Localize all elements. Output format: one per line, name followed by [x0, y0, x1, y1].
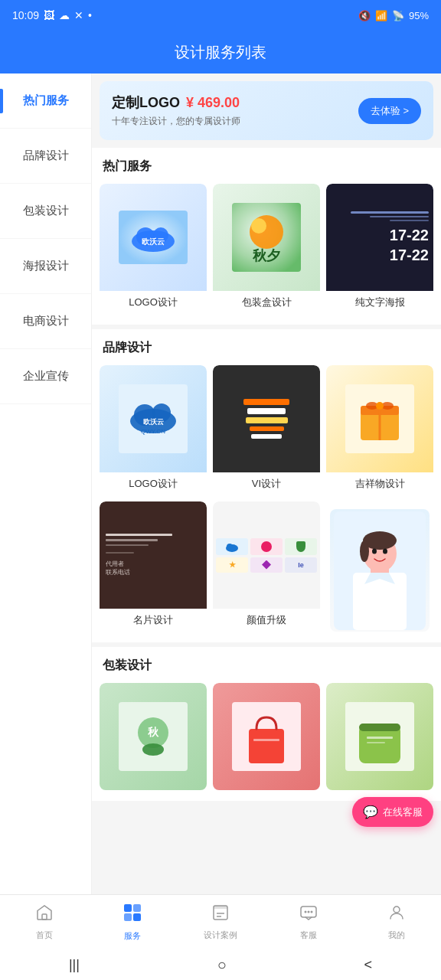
back-button[interactable]: |||	[69, 957, 80, 973]
float-cs-button[interactable]: 💬 在线客服	[352, 797, 433, 827]
svg-text:欧沃云: 欧沃云	[142, 237, 165, 246]
page-title: 设计服务列表	[175, 42, 266, 63]
value-cell-4: ★	[216, 557, 248, 573]
hot-section-title: 热门服务	[100, 158, 433, 175]
brand-logo-item[interactable]: 欧沃云 QWY.CN LOGO设计	[100, 365, 207, 495]
svg-rect-45	[124, 904, 132, 912]
sidebar-item-poster[interactable]: 海报设计	[0, 239, 91, 294]
banner-price: ¥ 469.00	[186, 95, 240, 111]
sidebar: 热门服务 品牌设计 包装设计 海报设计 电商设计 企业宣传	[0, 74, 92, 894]
close-icon: ✕	[74, 9, 83, 21]
svg-point-21	[376, 402, 384, 410]
hot-poster-inner: 17-22 17-22	[326, 184, 433, 291]
value-logo-1	[224, 541, 240, 552]
volume-icon: 🔇	[358, 10, 371, 21]
consultant-avatar	[330, 509, 430, 632]
svg-rect-25	[353, 573, 407, 630]
dot-icon: •	[88, 9, 92, 21]
hot-logo-image: 欧沃云	[100, 184, 207, 291]
poster-line-1	[351, 211, 429, 214]
nav-item-service[interactable]: 服务	[88, 895, 176, 949]
brand-mascot-item[interactable]: 吉祥物设计	[326, 365, 433, 495]
pkg-item-3[interactable]	[326, 683, 433, 790]
vi-bar-1	[243, 399, 289, 405]
brand-grid-row1: 欧沃云 QWY.CN LOGO设计	[100, 365, 433, 495]
poster-line-2	[370, 216, 429, 217]
main-body: 热门服务 品牌设计 包装设计 海报设计 电商设计 企业宣传 定制LOGO ¥ 4…	[0, 74, 441, 894]
brand-vi-image	[213, 365, 320, 472]
value-cell-1	[216, 538, 248, 555]
sidebar-item-brand[interactable]: 品牌设计	[0, 129, 91, 184]
nav-item-cases[interactable]: 设计案例	[176, 895, 264, 949]
value-leaf	[296, 541, 305, 552]
svg-text:QWY.CN: QWY.CN	[141, 428, 165, 435]
brand-person-item	[326, 501, 433, 632]
pkg-svg-3	[345, 702, 414, 771]
pkg-item-2[interactable]	[213, 683, 320, 790]
value-cell-2	[250, 538, 283, 555]
hot-logo-svg: 欧沃云	[119, 211, 188, 264]
value-text: Ie	[298, 561, 304, 569]
nav-label-home: 首页	[36, 929, 53, 941]
sidebar-label-brand: 品牌设计	[23, 149, 69, 163]
card-line-3	[106, 544, 149, 546]
value-diamond	[262, 560, 271, 570]
home-button[interactable]: ○	[217, 956, 227, 974]
sync-icon: ☁	[59, 9, 70, 21]
sidebar-item-ecommerce[interactable]: 电商设计	[0, 294, 91, 349]
banner-cta-button[interactable]: 去体验 >	[358, 98, 421, 124]
recent-button[interactable]: <	[364, 957, 373, 973]
hot-logo-item[interactable]: 欧沃云 LOGO设计	[100, 184, 207, 314]
pkg-image-1: 秋	[100, 683, 207, 790]
packaging-section-title: 包装设计	[100, 658, 433, 674]
svg-point-57	[394, 906, 400, 913]
brand-card-item[interactable]: 代用者联系电话 名片设计	[100, 501, 207, 632]
svg-rect-42	[367, 737, 393, 739]
banner-top-row: 定制LOGO ¥ 469.00	[112, 93, 240, 112]
nav-item-cs[interactable]: 客服	[265, 895, 353, 949]
svg-rect-38	[253, 739, 279, 741]
brand-logo-image: 欧沃云 QWY.CN	[100, 365, 207, 472]
brand-mascot-label: 吉祥物设计	[326, 472, 433, 495]
svg-rect-47	[124, 913, 132, 921]
nav-item-mine[interactable]: 我的	[353, 895, 441, 949]
svg-point-56	[311, 911, 313, 913]
nav-item-home[interactable]: 首页	[0, 895, 88, 949]
sidebar-label-hot: 热门服务	[23, 93, 69, 108]
sidebar-item-corporate[interactable]: 企业宣传	[0, 349, 91, 404]
card-line-4	[106, 552, 134, 554]
brand-card-image: 代用者联系电话	[100, 501, 207, 609]
brand-value-item[interactable]: ★ Ie 颜值升级	[213, 501, 320, 632]
page-header: 设计服务列表	[0, 31, 441, 74]
mine-svg	[387, 903, 406, 922]
brand-vi-label: VI设计	[213, 472, 320, 495]
nav-label-service: 服务	[124, 930, 141, 942]
home-svg	[35, 903, 54, 922]
pkg-item-1[interactable]: 秋	[100, 683, 207, 790]
vi-bar-5	[251, 434, 282, 439]
sidebar-label-corporate: 企业宣传	[23, 369, 69, 384]
brand-vi-item[interactable]: VI设计	[213, 365, 320, 495]
chat-icon: 💬	[363, 805, 378, 819]
cs-svg	[299, 903, 318, 922]
hot-poster-item[interactable]: 17-22 17-22 纯文字海报	[326, 184, 433, 314]
battery: 95%	[409, 10, 429, 21]
sidebar-item-packaging[interactable]: 包装设计	[0, 184, 91, 239]
svg-point-29	[360, 541, 369, 562]
svg-point-23	[227, 544, 233, 550]
hot-poster-label: 纯文字海报	[326, 291, 433, 314]
brand-section-title: 品牌设计	[100, 340, 433, 356]
hot-packaging-item[interactable]: 秋夕 包装盒设计	[213, 184, 320, 314]
cs-icon	[299, 903, 318, 926]
content-area: 定制LOGO ¥ 469.00 十年专注设计，您的专属设计师 去体验 > 热门服…	[92, 74, 441, 894]
status-time-group: 10:09 🖼 ☁ ✕ •	[12, 9, 92, 21]
packaging-section: 包装设计 秋	[92, 647, 441, 801]
signal-icon: 📡	[392, 10, 404, 21]
svg-rect-48	[133, 913, 141, 921]
mine-icon	[387, 903, 406, 926]
system-bar: ||| ○ <	[0, 949, 441, 980]
promo-banner[interactable]: 定制LOGO ¥ 469.00 十年专注设计，您的专属设计师 去体验 >	[100, 81, 433, 140]
sidebar-item-hot[interactable]: 热门服务	[0, 74, 91, 129]
cases-svg	[211, 903, 230, 922]
svg-rect-50	[214, 906, 227, 909]
